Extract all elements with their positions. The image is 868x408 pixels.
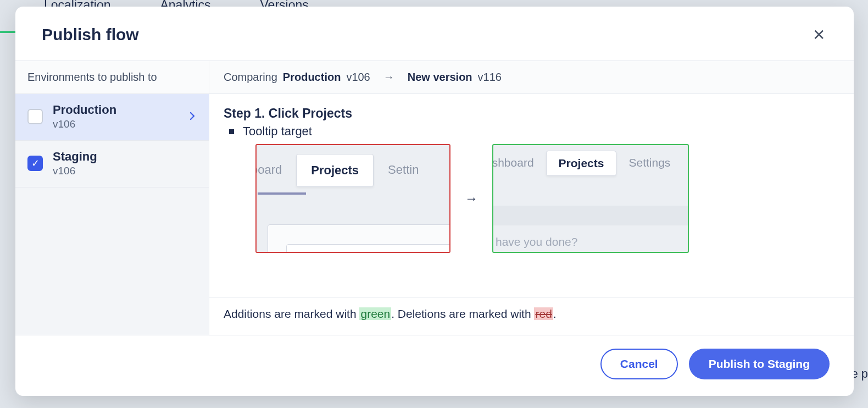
env-name: Staging xyxy=(53,150,197,164)
close-icon: ✕ xyxy=(813,26,825,43)
compare-to-name: New version xyxy=(408,71,472,84)
compare-from-name: Production xyxy=(283,71,341,84)
environments-sidebar: Environments to publish to Production v1… xyxy=(15,61,209,335)
diff-content: Step 1. Click Projects Tooltip target bo… xyxy=(209,94,854,297)
env-name: Production xyxy=(53,103,178,117)
new-tab: Settings xyxy=(616,151,682,176)
bullet-row: Tooltip target xyxy=(229,124,839,139)
legend-green: green xyxy=(359,307,391,320)
old-underline xyxy=(258,192,306,195)
legend-red: red xyxy=(534,307,553,320)
chevron-right-icon xyxy=(188,109,197,124)
check-icon: ✓ xyxy=(31,157,40,169)
new-tab: ashboard xyxy=(492,151,546,176)
new-placeholder-text: have you done? xyxy=(496,235,577,249)
old-screenshot: board Projects Settin xyxy=(255,144,450,253)
new-divider xyxy=(493,206,688,225)
env-version: v106 xyxy=(53,118,178,130)
compare-to-version: v116 xyxy=(478,71,502,84)
publish-button[interactable]: Publish to Staging xyxy=(689,349,830,379)
diff-row: board Projects Settin → ashboard Project… xyxy=(255,144,839,253)
bg-tab-underline xyxy=(0,31,16,33)
old-tab: Settin xyxy=(374,154,433,187)
legend-text: . xyxy=(553,307,557,320)
arrow-right-icon: → xyxy=(383,71,394,84)
arrow-right-icon: → xyxy=(465,191,478,206)
checkbox-staging[interactable]: ✓ xyxy=(27,156,43,171)
old-tab: board xyxy=(255,154,296,187)
modal-body: Environments to publish to Production v1… xyxy=(15,61,854,335)
env-labels: Staging v106 xyxy=(53,150,197,177)
old-tab-active: Projects xyxy=(296,154,374,187)
publish-flow-modal: Publish flow ✕ Environments to publish t… xyxy=(15,7,854,396)
environment-item-staging[interactable]: ✓ Staging v106 xyxy=(15,141,209,188)
env-labels: Production v106 xyxy=(53,103,178,130)
environment-item-production[interactable]: Production v106 xyxy=(15,94,209,141)
bullet-text: Tooltip target xyxy=(243,124,312,139)
legend-text: Additions are marked with xyxy=(224,307,359,320)
step-title: Step 1. Click Projects xyxy=(224,106,839,121)
env-version: v106 xyxy=(53,165,197,177)
diff-main: Comparing Production v106 → New version … xyxy=(209,61,854,335)
compare-bar: Comparing Production v106 → New version … xyxy=(209,61,854,94)
new-tab-active: Projects xyxy=(546,151,617,176)
close-button[interactable]: ✕ xyxy=(810,25,827,45)
modal-footer: Cancel Publish to Staging xyxy=(15,335,854,396)
modal-title: Publish flow xyxy=(42,25,139,44)
bullet-icon xyxy=(229,129,234,134)
diff-legend: Additions are marked with green. Deletio… xyxy=(209,297,854,335)
compare-prefix: Comparing xyxy=(224,71,277,84)
compare-from-version: v106 xyxy=(346,71,370,84)
old-panel-inner xyxy=(286,244,450,253)
sidebar-header: Environments to publish to xyxy=(15,61,209,94)
modal-header: Publish flow ✕ xyxy=(15,7,854,61)
new-screenshot: ashboard Projects Settings have you done… xyxy=(492,144,689,253)
checkbox-production[interactable] xyxy=(27,109,43,124)
cancel-button[interactable]: Cancel xyxy=(600,349,678,379)
legend-text: . Deletions are marked with xyxy=(391,307,534,320)
